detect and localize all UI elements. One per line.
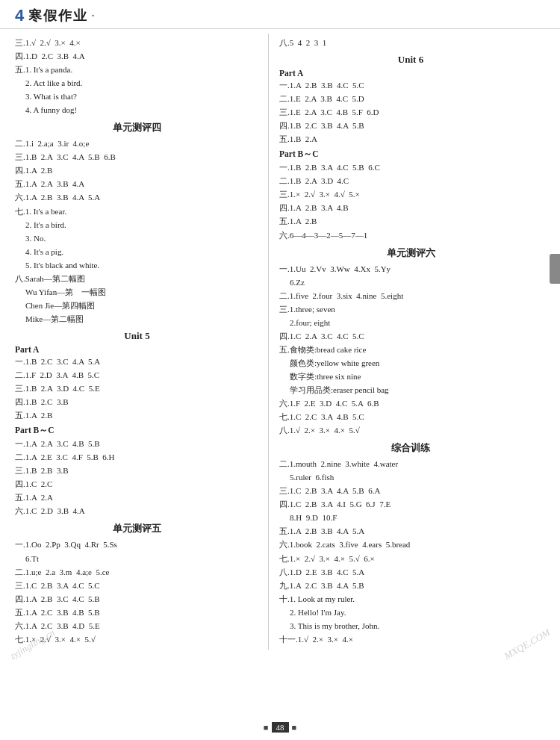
unit5-title: Unit 5 — [15, 330, 259, 342]
dy6-wu-3: 数字类:three six nine — [290, 370, 542, 383]
u6pbc-san: 三.1.× 2.√ 3.× 4.√ 5.× — [279, 188, 542, 201]
dy4-liu: 六.1.A 2.B 3.B 4.A 5.A — [15, 191, 259, 204]
danyuan5-title: 单元测评五 — [15, 522, 259, 535]
page-number: 48 — [272, 722, 289, 733]
dy5-yi-2: 6.Tt — [25, 553, 259, 565]
zh-jiu: 九.1.A 2.C 3.B 4.A 5.B — [279, 579, 542, 592]
dy6-yi-1: 一.1.Uu 2.Vv 3.Ww 4.Xx 5.Yy — [279, 263, 542, 276]
u5pbc-san: 三.1.B 2.B 3.B — [15, 464, 259, 477]
u6pbc-wu: 五.1.A 2.B — [279, 215, 542, 228]
dy4-qi-1: 七.1. It's a bear. — [15, 205, 259, 218]
zh-si-2: 8.H 9.D 10.F — [290, 512, 542, 524]
dy6-si: 四.1.C 2.A 3.C 4.C 5.C — [279, 330, 542, 343]
danyuan4-title: 单元测评四 — [15, 121, 259, 134]
dy4-qi-4: 4. It's a pig. — [25, 246, 259, 258]
dy4-qi-3: 3. No. — [25, 232, 259, 245]
danyuan6-title: 单元测评六 — [279, 246, 542, 260]
zh-si-1: 四.1.C 2.B 3.A 4.I 5.G 6.J 7.E — [279, 498, 542, 511]
u6pa-wu: 五.1.B 2.A — [279, 133, 542, 146]
zh-qi: 七.1.× 2.√ 3.× 4.× 5.√ 6.× — [279, 553, 542, 565]
zh-wu: 五.1.A 2.B 3.B 4.A 5.A — [279, 525, 542, 538]
dy5-er: 二.1.u;e 2.a 3.m 4.a;e 5.ce — [15, 566, 259, 579]
header-dot: · — [91, 8, 95, 24]
dy5-wu: 五.1.A 2.C 3.B 4.B 5.B — [15, 606, 259, 619]
content-area: 三.1.√ 2.√ 3.× 4.× 四.1.D 2.C 3.B 4.A 五.1.… — [0, 29, 560, 650]
u5pbc-wu: 五.1.A 2.A — [15, 491, 259, 504]
dy6-wu-2: 颜色类:yellow white green — [290, 357, 542, 370]
dy5-yi-1: 一.1.Oo 2.Pp 3.Qq 4.Rr 5.Ss — [15, 538, 259, 551]
dy6-san-1: 三.1.three; seven — [279, 303, 542, 316]
zonghe-title: 综合训练 — [279, 441, 542, 455]
line-wu-2: 2. Act like a bird. — [25, 77, 259, 90]
dy4-ba-2: Wu Yifan—第 一幅图 — [25, 286, 259, 299]
u5pa-si: 四.1.B 2.C 3.B — [15, 396, 259, 408]
zh-shi-2: 2. Hello! I'm Jay. — [290, 606, 542, 619]
u5pa-er: 二.1.F 2.D 3.A 4.B 5.C — [15, 369, 259, 382]
dy6-qi: 七.1.C 2.C 3.A 4.B 5.C — [279, 411, 542, 423]
dy4-ba-1: 八.Sarah—第二幅图 — [15, 273, 259, 285]
zh-shi-3: 3. This is my brother, John. — [290, 620, 542, 632]
line-si-1: 四.1.D 2.C 3.B 4.A — [15, 50, 259, 63]
right-tab — [550, 254, 560, 284]
dy6-yi-2: 6.Zz — [290, 276, 542, 289]
u6pbc-liu: 六.6—4—3—2—5—7—1 — [279, 229, 542, 242]
left-column: 三.1.√ 2.√ 3.× 4.× 四.1.D 2.C 3.B 4.A 五.1.… — [0, 34, 269, 650]
header-logo: 4 — [15, 6, 24, 25]
dy6-wu-1: 五.食物类:bread cake rice — [279, 343, 542, 356]
zh-san: 三.1.C 2.B 3.A 4.A 5.B 6.A — [279, 485, 542, 497]
dy4-ba-4: Mike—第二幅图 — [25, 313, 259, 326]
dy6-er: 二.1.five 2.four 3.six 4.nine 5.eight — [279, 290, 542, 302]
dy4-wu: 五.1.A 2.A 3.B 4.A — [15, 178, 259, 190]
dy5-si: 四.1.A 2.B 3.C 4.C 5.B — [15, 593, 259, 606]
dy6-san-2: 2.four; eight — [290, 317, 542, 329]
u6pa-yi: 一.1.A 2.B 3.B 4.C 5.C — [279, 79, 542, 92]
dy6-ba: 八.1.√ 2.× 3.× 4.× 5.√ — [279, 424, 542, 437]
dy4-san: 三.1.B 2.A 3.C 4.A 5.B 6.B — [15, 151, 259, 164]
header: 4 寒假作业 · — [0, 0, 560, 29]
u5pa-yi: 一.1.B 2.C 3.C 4.A 5.A — [15, 355, 259, 368]
u5pbc-liu: 六.1.C 2.D 3.B 4.A — [15, 505, 259, 517]
header-title: 寒假作业 — [28, 7, 88, 25]
dy5-san: 三.1.C 2.B 3.A 4.C 5.C — [15, 579, 259, 592]
dy6-wu-4: 学习用品类:eraser pencil bag — [290, 384, 542, 397]
dy5-liu: 六.1.A 2.C 3.B 4.D 5.E — [15, 620, 259, 632]
dy4-qi-5: 5. It's black and white. — [25, 259, 259, 272]
u6pa-er: 二.1.E 2.A 3.B 4.C 5.D — [279, 93, 542, 105]
line-san-1: 三.1.√ 2.√ 3.× 4.× — [15, 37, 259, 49]
line-wu-1: 五.1. It's a panda. — [15, 63, 259, 76]
zh-er-2: 5.ruler 6.fish — [290, 471, 542, 484]
dy5-qi: 七.1.× 2.√ 3.× 4.× 5.√ — [15, 633, 259, 646]
u6pbc-er: 二.1.B 2.A 3.D 4.C — [279, 175, 542, 187]
right-column: 八.5 4 2 3 1 Unit 6 Part A 一.1.A 2.B 3.B … — [269, 34, 553, 650]
unit6-partbc-title: Part B～C — [279, 149, 542, 160]
u5pbc-yi: 一.1.A 2.A 3.C 4.B 5.B — [15, 438, 259, 450]
u5pbc-si: 四.1.C 2.C — [15, 478, 259, 491]
dy4-qi-2: 2. It's a bird. — [25, 219, 259, 231]
u5pa-san: 三.1.B 2.A 3.D 4.C 5.E — [15, 382, 259, 395]
unit5-partbc-title: Part B～C — [15, 425, 259, 436]
line-wu-4: 4. A funny dog! — [25, 104, 259, 116]
dy6-liu: 六.1.F 2.E 3.D 4.C 5.A 6.B — [279, 397, 542, 410]
u5pbc-er: 二.1.A 2.E 3.C 4.F 5.B 6.H — [15, 451, 259, 464]
dy4-er: 二.1.i 2.a;a 3.ir 4.o;e — [15, 137, 259, 150]
u5pa-wu: 五.1.A 2.B — [15, 409, 259, 422]
footer: ■ 48 ■ — [0, 722, 560, 733]
zh-liu: 六.1.book 2.cats 3.five 4.ears 5.bread — [279, 538, 542, 551]
zh-shi-1: 十.1. Look at my ruler. — [279, 593, 542, 606]
u6pbc-si: 四.1.A 2.B 3.A 4.B — [279, 202, 542, 214]
zh-ba: 八.1.D 2.E 3.B 4.C 5.A — [279, 566, 542, 579]
footer-icon-right: ■ — [292, 723, 297, 732]
unit6-parta-title: Part A — [279, 69, 542, 78]
zh-er-1: 二.1.mouth 2.nine 3.white 4.water — [279, 458, 542, 470]
footer-icon-left: ■ — [264, 723, 269, 732]
u6pbc-yi: 一.1.B 2.B 3.A 4.C 5.B 6.C — [279, 161, 542, 174]
zh-shiyi: 十一.1.√ 2.× 3.× 4.× — [279, 633, 542, 646]
u6pa-san: 三.1.E 2.A 3.C 4.B 5.F 6.D — [279, 106, 542, 119]
unit5-parta-title: Part A — [15, 345, 259, 354]
unit6-title: Unit 6 — [279, 54, 542, 66]
dy4-si: 四.1.A 2.B — [15, 164, 259, 177]
line-wu-3: 3. What is that? — [25, 90, 259, 103]
u6pa-si: 四.1.B 2.C 3.B 4.A 5.B — [279, 119, 542, 132]
right-top: 八.5 4 2 3 1 — [279, 37, 542, 49]
dy4-ba-3: Chen Jie—第四幅图 — [25, 299, 259, 312]
